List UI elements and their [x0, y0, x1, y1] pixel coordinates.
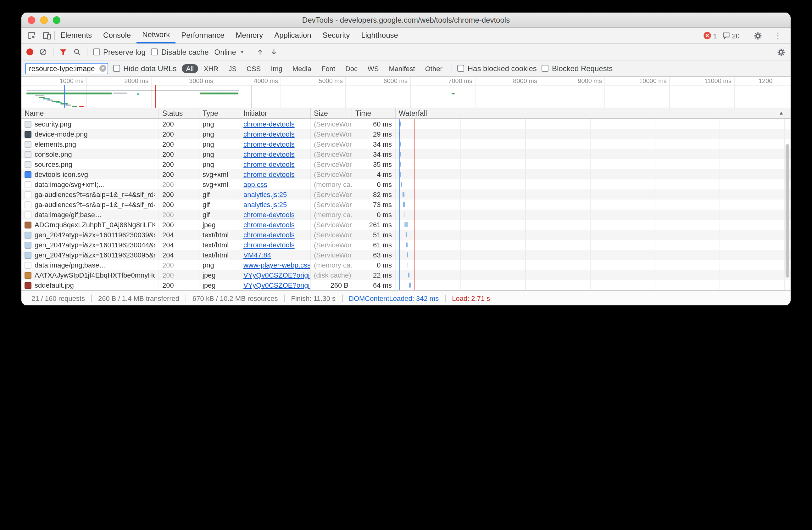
column-header-type[interactable]: Type	[199, 108, 240, 118]
table-row[interactable]: data:image/png;base…200pngwww-player-web…	[21, 260, 791, 270]
export-har-button[interactable]	[270, 48, 278, 56]
filter-pill-css[interactable]: CSS	[242, 64, 265, 73]
error-badge[interactable]: 1	[703, 31, 717, 40]
initiator-link[interactable]: chrome-devtools	[243, 211, 295, 219]
table-row[interactable]: security.png200pngchrome-devtools(Servic…	[21, 119, 791, 129]
inspect-button[interactable]	[24, 28, 39, 43]
filter-pill-manifest[interactable]: Manifest	[385, 64, 420, 73]
table-row[interactable]: AATXAJywSIpD1jf4EbqHXTfbe0mnyHqGFNTu…200…	[21, 270, 791, 280]
table-row[interactable]: elements.png200pngchrome-devtools(Servic…	[21, 139, 791, 149]
gear-icon	[777, 47, 786, 56]
traffic-light-minimize[interactable]	[40, 16, 48, 24]
filter-pill-img[interactable]: Img	[266, 64, 287, 73]
initiator-link[interactable]: chrome-devtools	[243, 241, 295, 249]
initiator-link[interactable]: chrome-devtools	[243, 161, 295, 168]
column-header-status[interactable]: Status	[159, 108, 199, 118]
clear-filter-icon[interactable]: ✕	[99, 65, 106, 72]
type-cell: text/html	[199, 250, 240, 260]
tab-application[interactable]: Application	[269, 28, 317, 43]
initiator-link[interactable]: chrome-devtools	[243, 231, 295, 239]
hide-data-urls-checkbox[interactable]: Hide data URLs	[113, 64, 176, 73]
filter-pill-media[interactable]: Media	[288, 64, 316, 73]
record-button[interactable]	[26, 48, 33, 55]
filter-toggle-button[interactable]	[59, 48, 67, 56]
table-row[interactable]: console.png200pngchrome-devtools(Service…	[21, 149, 791, 159]
table-row[interactable]: gen_204?atyp=i&zx=1601196230039&sei=xV…2…	[21, 230, 791, 240]
tab-console[interactable]: Console	[98, 28, 136, 43]
tab-security[interactable]: Security	[317, 28, 356, 43]
network-settings-button[interactable]	[777, 47, 786, 56]
column-header-initiator[interactable]: Initiator	[240, 108, 311, 118]
settings-button[interactable]	[750, 28, 766, 43]
clear-button[interactable]	[39, 48, 47, 56]
table-row[interactable]: ga-audiences?t=sr&aip=1&_r=4&slf_rd=1&v=…	[21, 199, 791, 210]
traffic-light-zoom[interactable]	[53, 16, 60, 24]
filter-pill-ws[interactable]: WS	[363, 64, 383, 73]
name-cell: sddefault.jpg	[21, 280, 159, 290]
column-header-time[interactable]: Time	[352, 108, 396, 118]
table-row[interactable]: gen_204?atyp=i&zx=1601196230095&sei=xV…2…	[21, 250, 791, 260]
initiator-link[interactable]: VM47:84	[243, 251, 271, 259]
initiator-link[interactable]: chrome-devtools	[243, 140, 295, 148]
waterfall-cell	[396, 270, 791, 280]
import-har-button[interactable]	[256, 48, 264, 56]
divider	[53, 47, 54, 57]
column-header-waterfall[interactable]: Waterfall▲	[396, 108, 791, 118]
initiator-link[interactable]: chrome-devtools	[243, 221, 295, 228]
table-row[interactable]: sources.png200pngchrome-devtools(Service…	[21, 159, 791, 169]
timeline-label: 2000 ms	[111, 78, 148, 84]
overview-pane[interactable]: 1000 ms2000 ms3000 ms4000 ms5000 ms6000 …	[21, 77, 791, 108]
message-bubble-icon	[722, 31, 730, 40]
table-row[interactable]: device-mode.png200pngchrome-devtools(Ser…	[21, 129, 791, 139]
time-cell: 0 ms	[352, 210, 396, 220]
tab-memory[interactable]: Memory	[230, 28, 269, 43]
filter-pill-xhr[interactable]: XHR	[199, 64, 223, 73]
divider	[452, 64, 452, 73]
console-message-badge[interactable]: 20	[722, 31, 740, 40]
more-options-button[interactable]: ⋮	[770, 28, 786, 43]
initiator-link[interactable]: chrome-devtools	[243, 151, 295, 158]
preserve-log-checkbox[interactable]: Preserve log	[93, 47, 146, 56]
traffic-light-close[interactable]	[28, 16, 35, 24]
tab-performance[interactable]: Performance	[175, 28, 230, 43]
initiator-link[interactable]: app.css	[243, 181, 267, 188]
initiator-link[interactable]: analytics.js:25	[243, 191, 287, 198]
tab-network[interactable]: Network	[136, 28, 175, 43]
filter-pill-other[interactable]: Other	[421, 64, 447, 73]
column-header-name[interactable]: Name	[21, 108, 159, 118]
table-row[interactable]: ADGmqu8qexLZuhphT_0Aj88Ng8riLFKASQlslt…2…	[21, 220, 791, 230]
request-name: ga-audiences?t=sr&aip=1&_r=4&slf_rd=1&v=…	[34, 190, 155, 199]
column-header-size[interactable]: Size	[311, 108, 352, 118]
initiator-link[interactable]: analytics.js:25	[243, 201, 287, 208]
type-cell: text/html	[199, 240, 240, 250]
table-row[interactable]: data:image/svg+xml;…200svg+xmlapp.css(me…	[21, 179, 791, 190]
table-row[interactable]: ga-audiences?t=sr&aip=1&_r=4&slf_rd=1&v=…	[21, 190, 791, 199]
table-row[interactable]: devtools-icon.svg200svg+xmlchrome-devtoo…	[21, 169, 791, 179]
overview-gridline	[734, 77, 735, 108]
throttling-select[interactable]: Online ▼	[215, 47, 244, 56]
initiator-link[interactable]: chrome-devtools	[243, 171, 295, 178]
initiator-link[interactable]: www-player-webp.css	[243, 261, 311, 269]
table-row[interactable]: gen_204?atyp=i&zx=1601196230044&sei=xV…2…	[21, 240, 791, 250]
filter-pill-all[interactable]: All	[182, 64, 198, 73]
disable-cache-checkbox[interactable]: Disable cache	[151, 47, 209, 56]
initiator-link[interactable]: chrome-devtools	[243, 120, 295, 128]
initiator-link[interactable]: VYyQv0CSZOE?origin…	[243, 281, 311, 289]
device-toolbar-button[interactable]	[39, 28, 54, 43]
table-row[interactable]: data:image/gif;base…200gifchrome-devtool…	[21, 210, 791, 220]
has-blocked-cookies-checkbox[interactable]: Has blocked cookies	[458, 64, 537, 73]
filter-pill-font[interactable]: Font	[317, 64, 340, 73]
tab-lighthouse[interactable]: Lighthouse	[356, 28, 404, 43]
initiator-link[interactable]: chrome-devtools	[243, 130, 295, 138]
tab-elements[interactable]: Elements	[55, 28, 98, 43]
blocked-requests-checkbox[interactable]: Blocked Requests	[542, 64, 613, 73]
request-name: gen_204?atyp=i&zx=1601196230044&sei=xV…	[34, 240, 155, 250]
filter-pill-js[interactable]: JS	[224, 64, 241, 73]
search-button[interactable]	[73, 48, 81, 56]
filter-input[interactable]	[25, 63, 108, 74]
scrollbar-thumb[interactable]	[786, 144, 789, 278]
filter-pill-doc[interactable]: Doc	[341, 64, 362, 73]
initiator-link[interactable]: VYyQv0CSZOE?origin…	[243, 271, 311, 279]
table-row[interactable]: sddefault.jpg200jpegVYyQv0CSZOE?origin…2…	[21, 280, 791, 290]
time-cell: 35 ms	[352, 159, 396, 169]
